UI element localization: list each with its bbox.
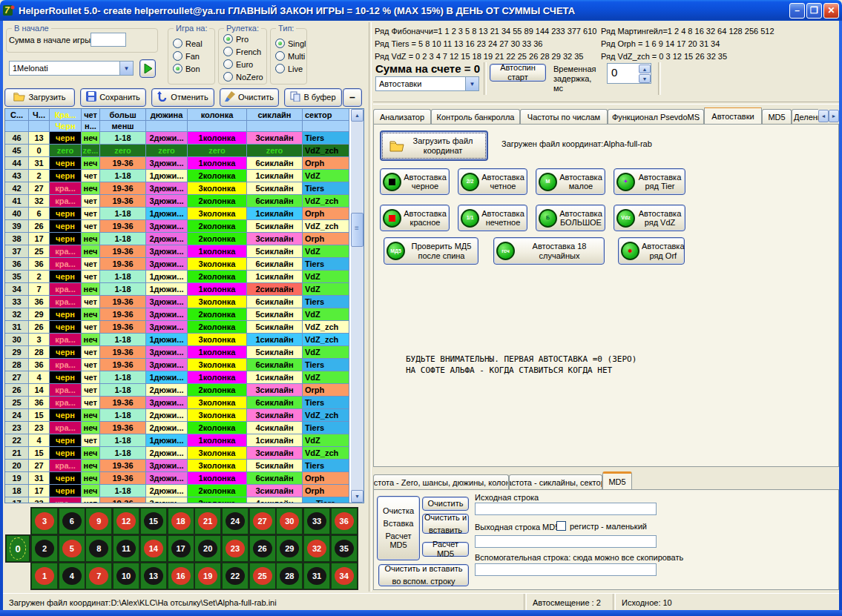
autostake-button-3[interactable]: МАвтоставка малое xyxy=(536,168,605,195)
table-cell[interactable]: 25 xyxy=(29,245,50,258)
table-cell[interactable]: 1-18 xyxy=(100,170,146,182)
table-cell[interactable]: Orph xyxy=(303,384,349,397)
table-cell[interactable]: VdZ_zch xyxy=(303,447,349,460)
table-cell[interactable]: 40 xyxy=(5,208,29,220)
roulette-cell[interactable]: 1 xyxy=(31,563,58,589)
table-cell[interactable]: 4сиклайн xyxy=(247,497,303,503)
roulette-cell[interactable]: 7 xyxy=(85,563,112,589)
table-cell[interactable]: 26 xyxy=(29,220,50,233)
table-cell[interactable]: 3дюжи... xyxy=(146,182,188,195)
load-coords-button[interactable]: Загрузить файл координат xyxy=(380,130,488,161)
table-cell[interactable]: 1дюжи... xyxy=(146,170,188,182)
table-cell[interactable]: 20 xyxy=(5,460,29,472)
table-cell[interactable]: 19-36 xyxy=(100,321,146,334)
table-cell[interactable]: 5сиклайн xyxy=(247,321,303,334)
table-cell[interactable]: 3дюжи... xyxy=(146,258,188,271)
table-cell[interactable]: неч xyxy=(82,283,100,296)
table-cell[interactable]: 1сиклайн xyxy=(247,271,303,283)
table-cell[interactable]: 3колонка xyxy=(188,182,247,195)
table-cell[interactable]: 23 xyxy=(29,422,50,434)
autostake-mode-combobox[interactable]: Автоставки ▼ xyxy=(375,76,479,91)
table-cell[interactable]: 7 xyxy=(29,283,50,296)
table-cell[interactable]: VdZ xyxy=(303,346,349,359)
radio-option-fan[interactable]: Fan xyxy=(173,50,214,62)
table-cell[interactable]: 19-36 xyxy=(100,346,146,359)
freq-tab-3[interactable]: MD5 xyxy=(602,471,632,490)
table-cell[interactable]: 2дюжи... xyxy=(146,384,188,397)
table-cell[interactable]: 28 xyxy=(5,359,29,371)
table-cell[interactable]: zero xyxy=(100,145,146,157)
table-cell[interactable]: Tiers xyxy=(303,422,349,434)
table-cell[interactable]: 36 xyxy=(29,258,50,271)
table-cell[interactable]: 21 xyxy=(5,447,29,460)
roulette-cell[interactable]: 17 xyxy=(168,535,194,562)
roulette-cell[interactable]: 19 xyxy=(194,563,221,589)
table-cell[interactable]: 14 xyxy=(29,384,50,397)
table-cell[interactable]: 1-18 xyxy=(100,447,146,460)
table-cell[interactable]: Orph xyxy=(303,157,349,170)
table-cell[interactable]: С... xyxy=(5,109,29,121)
table-cell[interactable]: 1-18 xyxy=(100,208,146,220)
table-cell[interactable]: 1колонка xyxy=(188,157,247,170)
table-cell[interactable]: 1сиклайн xyxy=(247,334,303,346)
table-cell[interactable]: чет xyxy=(82,109,100,121)
table-cell[interactable]: VdZ xyxy=(303,371,349,384)
table-cell[interactable]: 0 xyxy=(29,145,50,157)
table-cell[interactable]: 2 xyxy=(29,170,50,182)
roulette-cell[interactable]: 27 xyxy=(249,508,276,534)
table-cell[interactable]: черн xyxy=(50,170,82,182)
table-cell[interactable]: черн xyxy=(50,371,82,384)
action-button-2[interactable]: Сохранить xyxy=(80,88,146,107)
roulette-cell[interactable]: 6 xyxy=(59,508,85,534)
table-cell[interactable]: 5сиклайн xyxy=(247,220,303,233)
table-cell[interactable]: 2колонка xyxy=(188,271,247,283)
table-cell[interactable]: 36 xyxy=(29,397,50,409)
table-cell[interactable]: неч xyxy=(82,233,100,245)
roulette-cell[interactable]: 14 xyxy=(140,535,167,562)
table-cell[interactable]: 1колонка xyxy=(188,346,247,359)
roulette-cell[interactable]: 36 xyxy=(331,508,358,534)
table-cell[interactable]: 4сиклайн xyxy=(247,422,303,434)
table-cell[interactable]: Orph xyxy=(303,233,349,245)
roulette-cell[interactable]: 35 xyxy=(331,535,358,562)
chevron-down-icon[interactable]: ▼ xyxy=(119,62,133,75)
table-cell[interactable]: менш xyxy=(100,121,146,132)
table-cell[interactable]: Tiers xyxy=(303,359,349,371)
table-cell[interactable]: 17 xyxy=(29,485,50,497)
roulette-cell[interactable]: 8 xyxy=(85,535,112,562)
roulette-zero-cell[interactable]: 0 xyxy=(6,535,30,562)
table-cell[interactable]: 3сиклайн xyxy=(247,384,303,397)
roulette-cell[interactable]: 9 xyxy=(85,508,112,534)
roulette-cell[interactable]: 16 xyxy=(168,563,194,589)
table-cell[interactable]: 3дюжи... xyxy=(146,497,188,503)
table-cell[interactable]: 27 xyxy=(29,460,50,472)
roulette-cell[interactable]: 30 xyxy=(276,508,303,534)
table-cell[interactable]: 19-36 xyxy=(100,308,146,321)
table-cell[interactable]: чет xyxy=(82,220,100,233)
table-cell[interactable]: 19-36 xyxy=(100,296,146,308)
table-cell[interactable]: 2колонка xyxy=(188,422,247,434)
table-cell[interactable]: 1сиклайн xyxy=(247,208,303,220)
table-cell[interactable]: неч xyxy=(82,485,100,497)
table-cell[interactable]: 1дюжи... xyxy=(146,334,188,346)
table-cell[interactable]: 19 xyxy=(5,472,29,485)
table-cell[interactable]: 19-36 xyxy=(100,397,146,409)
roulette-cell[interactable]: 12 xyxy=(113,508,139,534)
table-cell[interactable]: 6сиклайн xyxy=(247,157,303,170)
autostake-button-6[interactable]: 1/1Автоставка нечетное xyxy=(458,205,527,231)
action-button-1[interactable]: Загрузить xyxy=(4,88,75,107)
autostake-button-2[interactable]: 2/2Автоставка четное xyxy=(458,168,527,195)
table-cell[interactable]: 27 xyxy=(5,371,29,384)
table-cell[interactable]: 3дюжи... xyxy=(146,397,188,409)
table-cell[interactable]: чет xyxy=(82,195,100,208)
table-cell[interactable]: VdZ xyxy=(303,434,349,447)
table-cell[interactable]: кра... xyxy=(50,359,82,371)
table-cell[interactable]: 46 xyxy=(5,132,29,145)
table-cell[interactable]: дюжина xyxy=(146,109,188,121)
md5-clear-button[interactable]: Очистить xyxy=(422,497,469,511)
table-cell[interactable]: Tiers xyxy=(303,258,349,271)
table-cell[interactable]: VdZ_zch xyxy=(303,195,349,208)
roulette-cell[interactable]: 10 xyxy=(113,563,139,589)
roulette-cell[interactable]: 34 xyxy=(331,563,358,589)
table-cell[interactable]: 45 xyxy=(5,145,29,157)
